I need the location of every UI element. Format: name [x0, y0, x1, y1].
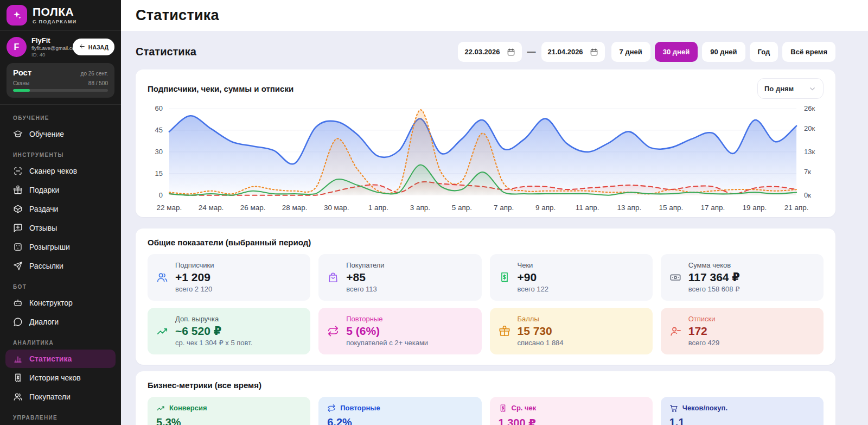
nav-section-header: БОТ [0, 276, 121, 293]
metric-value: 15 730 [518, 324, 564, 338]
avatar: F [7, 37, 27, 57]
overview-row-2: Доп. выручка~6 520 ₽ср. чек 1 304 ₽ x 5 … [148, 308, 824, 354]
business-label: Чеков/покуп. [682, 404, 727, 412]
metric-sub: всего 122 [518, 285, 548, 293]
growth-plan-card[interactable]: Рост до 26 сент. Сканы 88 / 500 [7, 63, 114, 98]
metric-label: Чеки [518, 261, 548, 269]
sidebar-item-раздачи[interactable]: Раздачи [5, 200, 116, 218]
growth-progress-bar [13, 89, 108, 92]
business-cards: Конверсия5.3%113 из 2120Повторные6.2%7 ч… [148, 397, 824, 425]
metric-value: 172 [688, 324, 719, 338]
svg-text:17 апр.: 17 апр. [701, 204, 725, 212]
business-card-ср-чек: Ср. чек1 300 ₽ [490, 397, 653, 425]
svg-text:15 апр.: 15 апр. [659, 204, 683, 212]
app-subtitle: С ПОДАРКАМИ [33, 19, 77, 24]
metric-value: 5 (6%) [346, 324, 428, 338]
svg-text:60: 60 [155, 104, 163, 112]
sidebar-item-label: Розыгрыши [29, 243, 70, 251]
metric-label: Покупатели [346, 261, 384, 269]
sidebar-item-сканер-чеков[interactable]: Сканер чеков [5, 162, 116, 180]
period-button-90-дней[interactable]: 90 дней [702, 42, 745, 62]
metric-card-отписки: Отписки172всего 429 [661, 308, 824, 354]
graduation-cap-icon [13, 129, 23, 139]
growth-metric-value: 88 / 500 [88, 80, 108, 86]
paper-plane-icon [13, 261, 23, 271]
sidebar-item-label: Статистика [29, 354, 72, 363]
sidebar-item-история-чеков[interactable]: История чеков [5, 369, 116, 387]
svg-text:26 мар.: 26 мар. [240, 204, 266, 212]
period-button-всё-время[interactable]: Всё время [782, 42, 835, 62]
chart-card: Подписчики, чеки, суммы и отписки По дня… [136, 69, 835, 217]
chat-icon [13, 317, 23, 327]
repeat-icon [327, 325, 339, 337]
svg-text:26к: 26к [804, 104, 815, 112]
overview-title: Общие показатели (выбранный период) [148, 238, 824, 247]
metric-value: 117 364 ₽ [688, 270, 740, 284]
period-controls: 22.03.2026 — 21.04.2026 7 дней30 дней90 … [458, 42, 835, 62]
group-by-value: По дням [764, 85, 794, 93]
metric-card-подписчики: Подписчики+1 209всего 2 120 [148, 254, 310, 301]
period-button-30-дней[interactable]: 30 дней [655, 42, 698, 62]
controls-row: Статистика 22.03.2026 — 21.04.2026 7 дне… [136, 42, 835, 62]
business-value: 1.1 [669, 416, 815, 425]
repeat-icon [327, 404, 336, 413]
growth-plan-title: Рост [13, 68, 31, 77]
app-logo[interactable]: ПОЛКА С ПОДАРКАМИ [0, 0, 121, 31]
period-button-7-дней[interactable]: 7 дней [611, 42, 650, 62]
svg-text:3 апр.: 3 апр. [410, 204, 430, 212]
sidebar-item-диалоги[interactable]: Диалоги [5, 313, 116, 331]
sidebar-item-статистика[interactable]: Статистика [5, 350, 116, 368]
svg-text:13к: 13к [804, 148, 815, 156]
date-to-input[interactable]: 21.04.2026 [541, 42, 605, 62]
svg-text:20к: 20к [804, 124, 815, 132]
svg-text:24 мар.: 24 мар. [199, 204, 224, 212]
receipt-dollar-icon [499, 271, 510, 283]
statistics-chart: 0153045600к7к13к20к26к22 мар.24 мар.26 м… [148, 100, 824, 215]
metric-label: Отписки [688, 315, 719, 323]
svg-text:21 апр.: 21 апр. [784, 204, 809, 212]
gift-icon [13, 185, 23, 195]
bar-chart-icon [13, 354, 23, 364]
metric-card-баллы: Баллы15 730списано 1 884 [490, 308, 653, 354]
metric-card-доп-выручка: Доп. выручка~6 520 ₽ср. чек 1 304 ₽ x 5 … [148, 308, 310, 354]
growth-metric-label: Сканы [13, 80, 29, 86]
sidebar-item-рассылки[interactable]: Рассылки [5, 257, 116, 275]
overview-section: Общие показатели (выбранный период) Подп… [136, 229, 835, 365]
group-by-select[interactable]: По дням [757, 78, 824, 99]
business-value: 6.2% [327, 416, 473, 425]
scan-icon [13, 166, 23, 176]
metric-sub: всего 2 120 [175, 285, 214, 293]
date-to-value: 21.04.2026 [548, 48, 583, 56]
metric-card-сумма-чеков: Сумма чеков117 364 ₽всего 158 608 ₽ [661, 254, 824, 301]
back-button[interactable]: НАЗАД [73, 39, 114, 55]
svg-text:7 апр.: 7 апр. [494, 204, 514, 212]
calendar-icon [590, 48, 598, 56]
sidebar-item-конструктор[interactable]: Конструктор [5, 294, 116, 312]
nav-section-header: ОБУЧЕНИЕ [0, 107, 121, 124]
metric-label: Подписчики [175, 261, 214, 269]
arrow-left-icon [79, 43, 86, 51]
svg-text:11 апр.: 11 апр. [576, 204, 599, 212]
user-id: ID: 40 [31, 52, 68, 58]
calendar-icon [507, 48, 515, 56]
sidebar-item-обучение[interactable]: Обучение [5, 125, 116, 143]
sidebar-item-розыгрыши[interactable]: Розыгрыши [5, 238, 116, 256]
sidebar-item-label: Диалоги [29, 318, 59, 326]
metric-value: +1 209 [175, 270, 214, 284]
svg-text:0к: 0к [804, 191, 811, 199]
sidebar-item-отзывы[interactable]: Отзывы [5, 219, 116, 237]
metric-sub: покупателей с 2+ чеками [346, 339, 428, 347]
metric-sub: всего 113 [346, 285, 384, 293]
metric-card-повторные: Повторные5 (6%)покупателей с 2+ чеками [318, 308, 481, 354]
date-from-input[interactable]: 22.03.2026 [458, 42, 521, 62]
sidebar-item-подарки[interactable]: Подарки [5, 181, 116, 199]
sidebar-item-покупатели[interactable]: Покупатели [5, 388, 116, 406]
business-card-повторные: Повторные6.2%7 чел. [318, 397, 481, 425]
page-title: Статистика [136, 7, 219, 24]
period-button-год[interactable]: Год [750, 42, 778, 62]
svg-text:15: 15 [155, 169, 163, 177]
date-range-separator: — [527, 47, 536, 57]
chart-title: Подписчики, чеки, суммы и отписки [148, 84, 293, 93]
business-label: Повторные [340, 404, 380, 412]
sidebar-item-label: Рассылки [29, 262, 63, 270]
